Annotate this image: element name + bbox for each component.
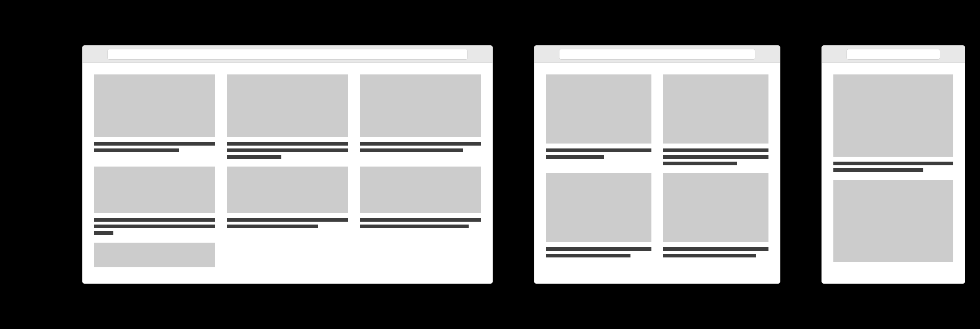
content-card — [360, 243, 481, 267]
text-line — [360, 142, 481, 146]
content-card[interactable] — [94, 243, 215, 267]
text-line — [227, 148, 348, 152]
text-line — [663, 254, 756, 257]
card-row — [546, 173, 768, 257]
card-thumbnail — [663, 173, 768, 242]
card-thumbnail — [227, 167, 348, 213]
card-text-placeholder — [663, 148, 768, 165]
card-text-placeholder — [94, 142, 215, 152]
card-row — [94, 243, 481, 267]
content-card[interactable] — [833, 74, 953, 172]
card-grid — [833, 74, 953, 262]
browser-toolbar — [822, 46, 965, 63]
card-text-placeholder — [360, 142, 481, 152]
text-line — [227, 155, 281, 159]
address-bar[interactable] — [107, 49, 468, 60]
address-bar[interactable] — [847, 49, 940, 60]
browser-frame-tablet — [534, 45, 780, 284]
text-line — [227, 142, 348, 146]
text-line — [546, 247, 651, 251]
card-thumbnail — [94, 167, 215, 213]
text-line — [663, 155, 768, 159]
card-thumbnail — [360, 167, 481, 213]
text-line — [833, 168, 923, 172]
card-text-placeholder — [546, 247, 651, 257]
card-row — [94, 167, 481, 235]
card-text-placeholder — [663, 247, 768, 257]
card-text-placeholder — [227, 142, 348, 159]
card-thumbnail — [546, 74, 651, 144]
text-line — [360, 225, 469, 228]
card-text-placeholder — [94, 218, 215, 235]
text-line — [94, 142, 215, 146]
card-thumbnail — [94, 74, 215, 137]
text-line — [663, 148, 768, 152]
card-text-placeholder — [833, 162, 953, 172]
content-card[interactable] — [94, 74, 215, 159]
text-line — [663, 162, 737, 165]
text-line — [663, 247, 768, 251]
text-line — [833, 162, 953, 165]
browser-frame-mobile — [821, 45, 965, 284]
card-thumbnail — [227, 74, 348, 137]
browser-toolbar — [534, 46, 780, 63]
text-line — [360, 218, 481, 222]
card-thumbnail — [546, 173, 651, 242]
text-line — [94, 225, 215, 228]
content-card[interactable] — [546, 74, 651, 165]
card-thumbnail — [833, 74, 953, 157]
text-line — [546, 254, 630, 257]
text-line — [546, 155, 604, 159]
card-grid — [546, 74, 768, 257]
text-line — [360, 148, 463, 152]
card-text-placeholder — [546, 148, 651, 159]
content-card[interactable] — [227, 167, 348, 235]
text-line — [227, 225, 317, 228]
card-grid — [94, 74, 481, 267]
viewport-mobile — [822, 63, 965, 283]
text-line — [546, 148, 651, 152]
text-line — [227, 218, 348, 222]
card-thumbnail — [94, 243, 215, 267]
text-line — [94, 148, 179, 152]
card-thumbnail — [360, 74, 481, 137]
card-row — [94, 74, 481, 159]
card-row — [833, 180, 953, 262]
content-card[interactable] — [360, 74, 481, 159]
text-line — [94, 231, 113, 235]
content-card[interactable] — [663, 173, 768, 257]
viewport-desktop — [83, 63, 492, 283]
content-card[interactable] — [833, 180, 953, 262]
content-card[interactable] — [663, 74, 768, 165]
text-line — [94, 218, 215, 222]
card-row — [833, 74, 953, 172]
content-card — [227, 243, 348, 267]
address-bar[interactable] — [559, 49, 755, 60]
content-card[interactable] — [360, 167, 481, 235]
card-thumbnail — [833, 180, 953, 262]
content-card[interactable] — [546, 173, 651, 257]
browser-toolbar — [83, 46, 492, 63]
content-card[interactable] — [227, 74, 348, 159]
browser-frame-desktop — [82, 45, 493, 284]
content-card[interactable] — [94, 167, 215, 235]
viewport-tablet — [534, 63, 780, 283]
card-text-placeholder — [227, 218, 348, 228]
card-thumbnail — [663, 74, 768, 144]
card-row — [546, 74, 768, 165]
card-text-placeholder — [360, 218, 481, 228]
